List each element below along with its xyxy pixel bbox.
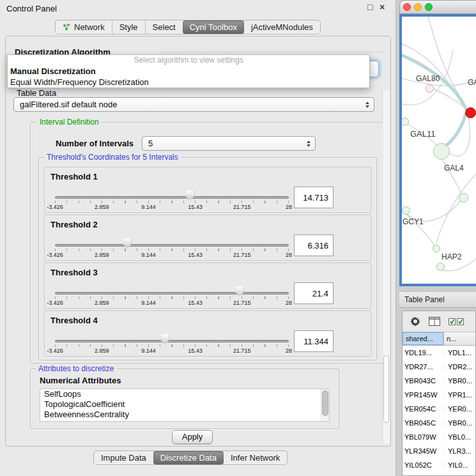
cell[interactable]: YLR3... — [443, 447, 475, 455]
cell[interactable]: YPR1... — [443, 391, 475, 399]
list-item-betweennesscentrality[interactable]: BetweennessCentrality — [40, 410, 329, 420]
tab-label: Select — [153, 22, 176, 32]
threshold-3-value-field[interactable] — [294, 282, 334, 304]
cell[interactable]: YDL1... — [443, 349, 475, 357]
close-window-icon[interactable]: × — [380, 2, 385, 12]
slider-track[interactable] — [55, 196, 289, 199]
cell[interactable]: YBR043C — [403, 377, 443, 385]
threshold-2-label: Threshold 2 — [50, 220, 98, 229]
threshold-4-slider[interactable]: -3.426 2.859 9.144 15.43 21.715 28 — [55, 334, 289, 356]
dropdown-option-equal-width[interactable]: Equal Width/Frequency Discretization — [8, 77, 369, 88]
cell[interactable]: YBL079W — [403, 433, 443, 441]
table-row[interactable]: YIL052CYIL0... — [403, 458, 475, 472]
list-item-topologicalcoefficient[interactable]: TopologicalCoefficient — [40, 399, 329, 410]
cell[interactable]: YDL19... — [403, 349, 443, 357]
network-node[interactable] — [459, 193, 468, 203]
cell[interactable]: YPR145W — [403, 391, 443, 399]
network-node-red[interactable] — [465, 107, 476, 118]
slider-thumb[interactable] — [236, 286, 244, 296]
up-down-arrows-icon — [307, 141, 311, 147]
table-row[interactable]: YER054CYER0... — [403, 402, 475, 416]
cell[interactable]: YBL0... — [443, 433, 475, 441]
column-header-name[interactable]: n... — [443, 332, 475, 345]
tab-impute-data[interactable]: Impute Data — [94, 451, 153, 464]
slider-track[interactable] — [55, 244, 289, 247]
network-focus-frame: GAL80 GA... GAL11 GAL4 GCY1 HAP2 — [399, 14, 476, 286]
tab-style[interactable]: Style — [112, 20, 145, 34]
tick-label: -3.426 — [47, 252, 63, 258]
tab-jactivemodules[interactable]: jActiveMNodules — [244, 20, 320, 34]
table-row[interactable]: YLR345WYLR3... — [403, 444, 475, 458]
slider-thumb[interactable] — [123, 238, 132, 249]
tab-cyni-toolbox[interactable]: Cyni Toolbox — [183, 20, 244, 34]
threshold-2-slider[interactable]: -3.426 2.859 9.144 15.43 21.715 28 — [55, 238, 289, 260]
node-label-gal4: GAL4 — [444, 164, 464, 173]
network-node[interactable] — [433, 245, 440, 252]
apply-button[interactable]: Apply — [172, 430, 213, 444]
cell[interactable]: YLR345W — [403, 447, 443, 455]
cell[interactable]: YDR2... — [443, 363, 475, 371]
threshold-1-slider[interactable]: -3.426 2.859 9.144 15.43 21.715 28 — [55, 190, 289, 212]
list-scrollbar[interactable] — [321, 389, 329, 421]
threshold-4-panel: Threshold 4 -3.426 2.859 9.144 15.43 21.… — [44, 311, 371, 357]
cell[interactable]: YER054C — [403, 405, 443, 413]
cell[interactable]: YBR0... — [443, 377, 475, 385]
table-toolbar — [403, 311, 475, 332]
cell[interactable]: YIL052C — [403, 461, 443, 469]
tick-label: 2.859 — [95, 204, 109, 210]
slider-thumb[interactable] — [161, 334, 169, 344]
table-row[interactable]: YBR043CYBR0... — [403, 374, 475, 388]
threshold-2-value-field[interactable] — [294, 234, 334, 256]
tab-discretize-data[interactable]: Discretize Data — [153, 451, 224, 464]
cell[interactable]: YDR27... — [403, 363, 443, 371]
cell[interactable]: YER0... — [443, 405, 475, 413]
thresholds-group-title: Threshold's Coordinates for 5 Intervals — [44, 153, 181, 162]
panel-scrollbar-thumb[interactable] — [383, 355, 389, 423]
threshold-4-value-field[interactable] — [294, 330, 334, 352]
network-canvas[interactable]: GAL80 GA... GAL11 GAL4 GCY1 HAP2 — [402, 17, 476, 284]
table-row[interactable]: YPR145WYPR1... — [403, 388, 475, 402]
tab-label: Impute Data — [101, 453, 146, 463]
zoom-traffic-light-icon[interactable] — [425, 3, 433, 11]
minimize-traffic-light-icon[interactable] — [414, 3, 422, 11]
network-node-gal4[interactable] — [433, 143, 450, 160]
select-columns-icon[interactable] — [449, 318, 464, 326]
list-item-selfloops[interactable]: SelfLoops — [40, 389, 329, 399]
slider-thumb[interactable] — [186, 190, 194, 201]
tab-infer-network[interactable]: Infer Network — [224, 451, 287, 464]
table-row[interactable]: YDL19...YDL1... — [403, 346, 475, 360]
network-window-titlebar[interactable] — [399, 0, 476, 14]
table-row[interactable]: YBL079WYBL0... — [403, 430, 475, 444]
cell[interactable]: YBR0... — [443, 419, 475, 427]
thresholds-group: Threshold's Coordinates for 5 Intervals … — [38, 157, 377, 360]
network-node-hap2[interactable] — [436, 263, 445, 271]
cyni-toolbox-panel: Discretization Algorithm Select algorith… — [5, 36, 391, 447]
table-data-combobox[interactable]: galFiltered.sif default node — [13, 97, 374, 112]
tab-select[interactable]: Select — [145, 20, 183, 34]
column-header-shared-name[interactable]: shared... — [403, 332, 443, 345]
network-icon — [63, 23, 71, 31]
slider-track[interactable] — [55, 340, 289, 342]
table-panel-window: shared... n... YDL19...YDL1... YDR27...Y… — [402, 311, 476, 476]
table-row[interactable]: YBR045CYBR0... — [403, 416, 475, 430]
cell[interactable]: YIL0... — [443, 461, 475, 469]
cell[interactable]: YBR045C — [403, 419, 443, 427]
close-traffic-light-icon[interactable] — [403, 3, 411, 11]
panel-scrollbar[interactable] — [382, 90, 390, 443]
number-of-intervals-combobox[interactable]: 5 — [142, 136, 316, 151]
network-node-gcy1[interactable] — [402, 206, 410, 215]
threshold-3-slider[interactable]: -3.426 2.859 9.144 15.43 21.715 28 — [55, 286, 289, 308]
gear-icon[interactable] — [410, 316, 420, 326]
threshold-3-panel: Threshold 3 -3.426 2.859 9.144 15.43 21.… — [44, 263, 371, 309]
list-scrollbar-thumb[interactable] — [322, 390, 328, 416]
slider-ticks — [55, 249, 289, 251]
slider-track[interactable] — [55, 292, 289, 295]
table-row[interactable]: YDR27...YDR2... — [403, 360, 475, 374]
threshold-1-value-field[interactable] — [294, 187, 334, 208]
dropdown-option-manual-discretization[interactable]: Manual Discretization — [8, 66, 369, 77]
network-node-gal80[interactable] — [426, 84, 434, 93]
tab-network[interactable]: Network — [56, 20, 112, 34]
table-data-value: galFiltered.sif default node — [20, 100, 117, 109]
float-window-icon[interactable]: □ — [367, 2, 372, 12]
columns-icon[interactable] — [429, 317, 440, 326]
